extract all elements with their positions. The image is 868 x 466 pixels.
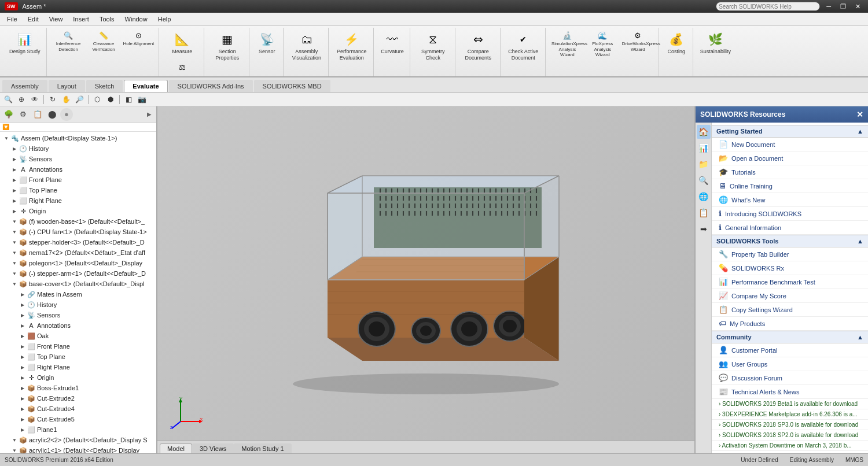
tree-expand-right-plane[interactable]: ▶ — [10, 197, 19, 205]
bottom-tab-3d-views[interactable]: 3D Views — [192, 443, 234, 453]
simulationxpress-button[interactable]: 🔬 SimulationXpress Analysis Wizard — [550, 29, 584, 58]
sensor-button[interactable]: 📡 Sensor — [254, 29, 279, 56]
tree-item-base-cover[interactable]: ▼📦base-cover<1> (Default<<Default>_Displ — [0, 279, 156, 289]
dim-expert-button[interactable]: ⬤ — [46, 108, 58, 121]
hole-alignment-button[interactable]: ⊙ Hole Alignment — [122, 29, 156, 53]
tab-evaluate[interactable]: Evaluate — [124, 80, 167, 92]
menu-item-insert[interactable]: Insert — [68, 14, 94, 24]
tree-expand-button[interactable]: ▶ — [145, 110, 154, 119]
tree-item-polegon[interactable]: ▼📦polegon<1> (Default<<Default>_Display — [0, 258, 156, 268]
zoom-button[interactable]: 🔎 — [73, 94, 85, 105]
rp-section-getting-started[interactable]: Getting Started▲ — [712, 125, 868, 138]
rp-item-sw-rx[interactable]: 💊SOLIDWORKS Rx — [712, 261, 868, 275]
tree-expand-boss-extrude1[interactable]: ▶ — [19, 384, 27, 392]
tree-expand-history2[interactable]: ▶ — [19, 301, 27, 309]
menu-item-view[interactable]: View — [45, 14, 68, 24]
tab-solidworks-mbd[interactable]: SOLIDWORKS MBD — [254, 80, 330, 92]
property-manager-button[interactable]: ⚙ — [17, 108, 30, 121]
costing-button[interactable]: 💰 Costing — [664, 29, 689, 56]
tab-solidworks-add-ins[interactable]: SOLIDWORKS Add-Ins — [169, 80, 253, 92]
menu-item-window[interactable]: Window — [120, 14, 152, 24]
tree-expand-polegon[interactable]: ▼ — [10, 259, 19, 267]
menu-item-file[interactable]: File — [2, 14, 22, 24]
compare-documents-button[interactable]: ⇔ Compare Documents — [460, 29, 496, 62]
tree-item-cpu-fan[interactable]: ▼📦(-) CPU fan<1> (Default<Display State-… — [0, 227, 156, 237]
tree-expand-annotations[interactable]: ▶ — [10, 165, 19, 173]
tree-expand-cut-extrude5[interactable]: ▶ — [19, 415, 27, 423]
clearance-verification-button[interactable]: 📏 Clearance Verification — [87, 29, 121, 53]
tree-item-annotations[interactable]: ▶AAnnotations — [0, 164, 156, 175]
symmetry-check-button[interactable]: ⧖ Symmetry Check — [415, 29, 451, 62]
tree-item-origin[interactable]: ▶✛Origin — [0, 206, 156, 216]
tree-item-sensors[interactable]: ▶📡Sensors — [0, 154, 156, 164]
tree-item-front-plane[interactable]: ▶⬜Front Plane — [0, 175, 156, 185]
menu-item-edit[interactable]: Edit — [23, 14, 43, 24]
tree-item-top-plane[interactable]: ▶⬜Top Plane — [0, 185, 156, 195]
search-input[interactable] — [716, 2, 820, 11]
tree-expand-cpu-fan[interactable]: ▼ — [10, 228, 19, 236]
tree-item-history[interactable]: ▶🕐History — [0, 143, 156, 154]
rp-item-customer-portal[interactable]: 👤Customer Portal — [712, 343, 868, 357]
rotate-button[interactable]: ↻ — [47, 94, 58, 105]
section-properties-button[interactable]: ▦ Section Properties — [209, 29, 245, 62]
wireframe-button[interactable]: ⬡ — [91, 94, 103, 105]
close-button[interactable]: ✕ — [852, 2, 863, 12]
rp-item-open-document[interactable]: 📂Open a Document — [712, 151, 868, 165]
arrow-panel-icon[interactable]: ➡ — [697, 222, 711, 236]
rp-item-copy-settings[interactable]: 📋Copy Settings Wizard — [712, 303, 868, 317]
curvature-button[interactable]: 〰 Curvature — [378, 29, 406, 56]
tree-item-right-plane2[interactable]: ▶⬜Right Plane — [0, 362, 156, 372]
folder-panel-icon[interactable]: 📁 — [697, 157, 711, 171]
menu-item-help[interactable]: Help — [153, 14, 176, 24]
tree-expand-stepper-arm[interactable]: ▼ — [10, 269, 19, 278]
rp-news-3[interactable]: › SOLIDWORKS 2018 SP2.0 is available for… — [712, 430, 868, 441]
tree-expand-cut-extrude4[interactable]: ▶ — [19, 405, 27, 413]
tree-expand-sensors[interactable]: ▶ — [10, 155, 19, 163]
menu-item-tools[interactable]: Tools — [95, 14, 119, 24]
tree-item-acrylic1[interactable]: ▼📦acrylic1<1> (Default<<Default> Display — [0, 445, 156, 453]
display-manager-button[interactable]: ● — [60, 108, 73, 121]
sustainability-button[interactable]: 🌿 Sustainability — [698, 29, 733, 56]
performance-evaluation-button[interactable]: ⚡ Performance Evaluation — [333, 29, 370, 62]
tree-item-cut-extrude4[interactable]: ▶📦Cut-Extrude4 — [0, 404, 156, 414]
tree-expand-front-plane[interactable]: ▶ — [10, 176, 19, 184]
minimize-button[interactable]: ─ — [823, 2, 834, 11]
tree-expand-acrylic1[interactable]: ▼ — [10, 446, 19, 453]
search-panel-icon[interactable]: 🔍 — [697, 173, 711, 187]
tree-expand-top-plane[interactable]: ▶ — [10, 186, 19, 194]
rp-news-5[interactable]: › SOLIDWORKS 2018 SP1.0 is available for… — [712, 451, 868, 453]
tree-expand-acrylic2[interactable]: ▼ — [10, 436, 19, 444]
tree-item-sensors2[interactable]: ▶📡Sensors — [0, 310, 156, 320]
rp-item-new-document[interactable]: 📄New Document — [712, 138, 868, 151]
tree-expand-front-plane2[interactable]: ▶ — [19, 342, 27, 350]
rp-item-discussion-forum[interactable]: 💬Discussion Forum — [712, 371, 868, 385]
restore-button[interactable]: ❐ — [837, 2, 849, 12]
rp-item-tech-alerts[interactable]: 📰Technical Alerts & News — [712, 385, 868, 399]
rp-item-tutorials[interactable]: 🎓Tutorials — [712, 165, 868, 179]
tree-item-acrylic2[interactable]: ▼📦acrylic2<2> (Default<<Default>_Display… — [0, 435, 156, 445]
tree-item-front-plane2[interactable]: ▶⬜Front Plane — [0, 341, 156, 352]
rp-item-benchmark[interactable]: 📊Performance Benchmark Test — [712, 275, 868, 289]
rp-news-4[interactable]: › Activation System Downtime on March 3,… — [712, 441, 868, 451]
driveworks-button[interactable]: ⚙ DriveWorksXpress Wizard — [621, 29, 655, 58]
tree-item-annotations2[interactable]: ▶AAnnotations — [0, 320, 156, 331]
tab-assembly[interactable]: Assembly — [2, 80, 47, 92]
rp-item-whats-new[interactable]: 🌐What's New — [712, 193, 868, 207]
snap-button[interactable]: ⊕ — [16, 94, 27, 105]
tab-layout[interactable]: Layout — [49, 80, 85, 92]
tree-expand-top-plane2[interactable]: ▶ — [19, 353, 27, 361]
tree-item-cut-extrude2[interactable]: ▶📦Cut-Extrude2 — [0, 393, 156, 404]
tree-expand-history[interactable]: ▶ — [10, 145, 19, 153]
tree-expand-oak[interactable]: ▶ — [19, 332, 27, 340]
tree-item-history2[interactable]: ▶🕐History — [0, 299, 156, 310]
tree-expand-origin2[interactable]: ▶ — [19, 373, 27, 382]
tree-expand-sensors2[interactable]: ▶ — [19, 311, 27, 319]
tree-root-expand[interactable]: ▼ — [2, 134, 10, 142]
tree-item-nema17[interactable]: ▼📦nema17<2> (Défault<<Défaut>_Etat d'aff — [0, 247, 156, 258]
measure-button[interactable]: 📐 Measure — [170, 29, 195, 56]
assembly-visualization-button[interactable]: 🗂 Assembly Visualization — [288, 29, 325, 62]
tree-item-cut-extrude5[interactable]: ▶📦Cut-Extrude5 — [0, 414, 156, 424]
rp-item-general-info[interactable]: ℹGeneral Information — [712, 221, 868, 235]
tree-expand-base-cover[interactable]: ▼ — [10, 280, 19, 288]
design-study-button[interactable]: 📊 Design Study — [7, 29, 43, 56]
